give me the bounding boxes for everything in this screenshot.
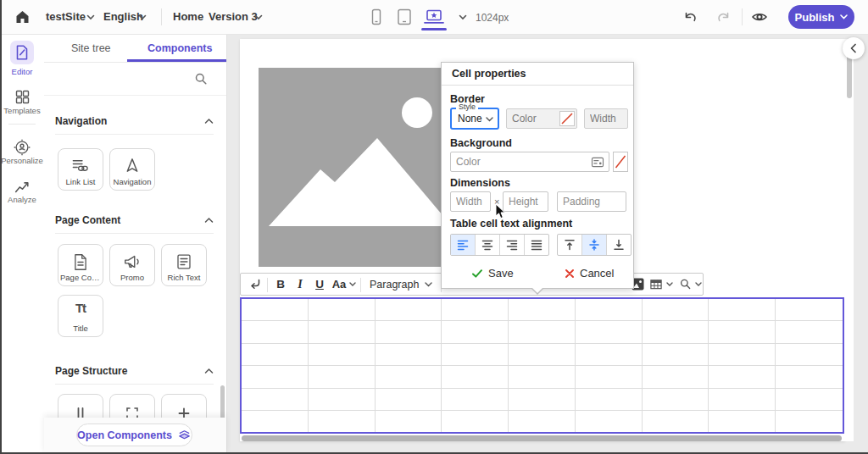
align-center-button[interactable] (476, 235, 500, 255)
save-button[interactable]: Save (472, 267, 514, 280)
table-cell[interactable] (242, 299, 309, 321)
table-cell[interactable] (576, 321, 643, 343)
publish-button[interactable]: Publish (788, 5, 854, 29)
chevron-down-icon[interactable] (138, 14, 147, 20)
desktop-preview-icon[interactable] (423, 9, 445, 25)
bold-button[interactable]: B (271, 275, 290, 293)
table-cell[interactable] (643, 299, 709, 321)
table-cell[interactable] (576, 366, 643, 388)
table-cell[interactable] (643, 321, 709, 343)
vertical-scrollbar-thumb[interactable] (847, 54, 852, 98)
tablet-preview-icon[interactable] (397, 8, 412, 25)
table-cell[interactable] (242, 389, 309, 411)
site-selector[interactable]: testSite (46, 10, 86, 24)
padding-input[interactable] (557, 191, 626, 212)
return-arrow-button[interactable] (246, 275, 264, 293)
align-top-button[interactable] (558, 235, 582, 255)
table-cell[interactable] (776, 366, 843, 388)
table-cell[interactable] (643, 389, 709, 411)
border-color-swatch[interactable] (559, 111, 575, 126)
table-cell[interactable] (376, 321, 442, 343)
table-cell[interactable] (776, 389, 843, 411)
chevron-down-icon[interactable] (254, 14, 263, 20)
table-cell[interactable] (709, 411, 776, 433)
table-cell[interactable] (776, 344, 843, 366)
panel-scrollbar[interactable] (220, 385, 225, 421)
component-card-title[interactable]: Tt Title (58, 295, 103, 337)
home-icon[interactable] (15, 10, 30, 24)
section-page-structure[interactable]: Page Structure (55, 364, 214, 378)
page-name[interactable]: Home (173, 10, 203, 24)
table-cell[interactable] (776, 411, 843, 433)
table-cell[interactable] (776, 299, 843, 321)
font-style-button[interactable]: Aa (331, 275, 358, 293)
rail-item-templates[interactable] (10, 85, 34, 108)
align-bottom-button[interactable] (607, 235, 631, 255)
border-style-select[interactable]: Style None (450, 108, 499, 130)
table-cell[interactable] (376, 299, 442, 321)
table-cell[interactable] (309, 411, 376, 433)
open-components-button[interactable]: Open Components (76, 424, 192, 446)
paragraph-dropdown[interactable]: Paragraph (364, 275, 437, 293)
background-color-swatch[interactable] (613, 152, 628, 172)
table-cell[interactable] (709, 299, 776, 321)
tab-site-tree[interactable]: Site tree (71, 42, 111, 54)
section-page-content[interactable]: Page Content (55, 213, 214, 227)
table-cell[interactable] (576, 411, 643, 433)
table-cell[interactable] (509, 389, 576, 411)
table-cell[interactable] (709, 389, 776, 411)
align-right-button[interactable] (500, 235, 525, 255)
table-dropdown-button[interactable] (648, 275, 674, 293)
table-cell[interactable] (442, 389, 509, 411)
table-cell[interactable] (376, 366, 442, 388)
align-left-button[interactable] (451, 235, 476, 255)
align-middle-button[interactable] (582, 235, 607, 255)
chevron-down-icon[interactable] (459, 14, 467, 20)
horizontal-scrollbar[interactable] (242, 435, 842, 441)
search-icon[interactable] (194, 72, 208, 86)
background-color-input[interactable] (450, 152, 609, 172)
table-cell[interactable] (509, 344, 576, 366)
mobile-preview-icon[interactable] (370, 8, 382, 25)
table-cell[interactable] (442, 299, 509, 321)
table-cell[interactable] (643, 411, 709, 433)
table-cell[interactable] (509, 411, 576, 433)
table-cell[interactable] (309, 366, 376, 388)
chevron-down-icon[interactable] (86, 14, 95, 20)
table-cell[interactable] (709, 321, 776, 343)
table-cell[interactable] (309, 299, 376, 321)
table-cell[interactable] (242, 411, 309, 433)
table-cell[interactable] (376, 344, 442, 366)
underline-button[interactable]: U (310, 275, 329, 293)
rail-item-editor[interactable] (10, 41, 34, 64)
width-input[interactable] (450, 191, 491, 212)
section-navigation[interactable]: Navigation (55, 114, 214, 128)
table-cell[interactable] (442, 411, 509, 433)
table-cell[interactable] (309, 321, 376, 343)
table-cell[interactable] (242, 366, 309, 388)
table-cell[interactable] (576, 344, 643, 366)
table-cell[interactable] (509, 321, 576, 343)
table-cell[interactable] (309, 344, 376, 366)
table-cell[interactable] (442, 344, 509, 366)
collapse-panel-button[interactable] (843, 37, 865, 59)
preview-eye-icon[interactable] (751, 10, 768, 24)
component-card-link-list[interactable]: Link List (58, 148, 103, 191)
border-width-input[interactable] (584, 108, 628, 129)
vertical-scrollbar-track[interactable] (845, 39, 854, 441)
table-cell[interactable] (576, 299, 643, 321)
table-cell[interactable] (643, 366, 709, 388)
cancel-button[interactable]: Cancel (565, 267, 614, 280)
component-card-promo[interactable]: Promo (109, 244, 155, 286)
table-cell[interactable] (309, 389, 376, 411)
table-cell[interactable] (709, 366, 776, 388)
tab-components[interactable]: Components (147, 42, 212, 54)
height-input[interactable] (503, 191, 548, 212)
table-cell[interactable] (509, 366, 576, 388)
table-cell[interactable] (376, 389, 442, 411)
table-cell[interactable] (576, 389, 643, 411)
table-cell[interactable] (442, 321, 509, 343)
table-cell[interactable] (376, 411, 442, 433)
version-selector[interactable]: Version 3 (209, 10, 258, 24)
table-cell[interactable] (242, 321, 309, 343)
